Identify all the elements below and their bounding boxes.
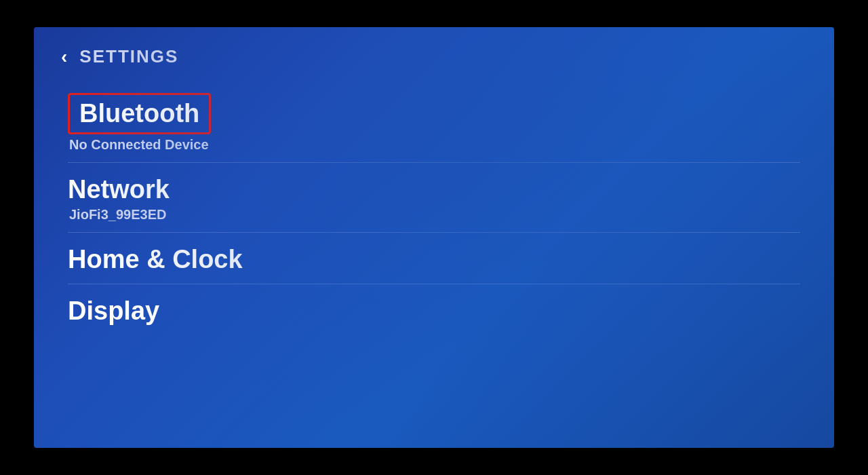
bluetooth-title: Bluetooth bbox=[79, 99, 199, 128]
settings-item-bluetooth[interactable]: Bluetooth No Connected Device bbox=[68, 81, 800, 162]
home-clock-title-wrapper: Home & Clock bbox=[68, 245, 243, 274]
settings-item-network[interactable]: Network JioFi3_99E3ED bbox=[68, 163, 800, 232]
settings-list: Bluetooth No Connected Device Network Ji… bbox=[34, 81, 834, 335]
home-clock-title: Home & Clock bbox=[68, 245, 243, 274]
display-title: Display bbox=[68, 297, 159, 326]
network-title: Network bbox=[68, 175, 170, 204]
display-title-wrapper: Display bbox=[68, 297, 159, 326]
network-subtitle: JioFi3_99E3ED bbox=[68, 207, 800, 223]
bluetooth-title-wrapper: Bluetooth bbox=[68, 93, 211, 134]
bluetooth-subtitle: No Connected Device bbox=[68, 137, 800, 153]
settings-item-display[interactable]: Display bbox=[68, 284, 800, 335]
settings-screen: ‹ SETTINGS Bluetooth No Connected Device… bbox=[34, 27, 834, 448]
page-title: SETTINGS bbox=[79, 46, 178, 67]
settings-item-home-clock[interactable]: Home & Clock bbox=[68, 233, 800, 284]
header: ‹ SETTINGS bbox=[34, 27, 834, 81]
network-title-wrapper: Network bbox=[68, 175, 170, 204]
back-button[interactable]: ‹ bbox=[61, 48, 67, 66]
